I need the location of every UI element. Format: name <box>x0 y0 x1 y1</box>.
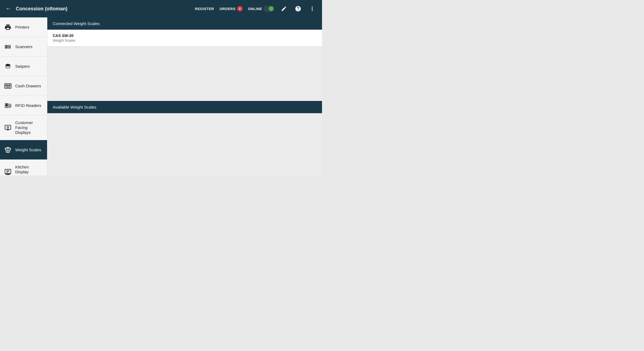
back-button[interactable]: ← <box>5 5 11 12</box>
main-layout: Printers Scanners Swipers <box>0 17 322 176</box>
sidebar-item-cash-drawers[interactable]: Cash Drawers <box>0 76 47 96</box>
pencil-button[interactable] <box>280 4 288 13</box>
cash-icon <box>4 82 11 90</box>
svg-rect-2 <box>5 84 7 86</box>
online-toggle[interactable] <box>264 6 274 12</box>
svg-rect-4 <box>9 84 10 86</box>
scale-icon <box>4 146 11 153</box>
device-type: Weight Scales <box>53 38 317 42</box>
sidebar-item-rfid-readers[interactable]: RFID Readers <box>0 96 47 115</box>
online-label: ONLINE <box>248 7 262 11</box>
sidebar-item-printers[interactable]: Printers <box>0 17 47 37</box>
device-name: CAS SW-20 <box>53 33 317 38</box>
more-icon <box>309 5 315 12</box>
rfid-icon <box>4 102 11 109</box>
header-actions: REGISTER ORDERS 0 ONLINE <box>195 4 317 13</box>
sidebar-label-scanners: Scanners <box>15 44 32 49</box>
svg-rect-7 <box>6 104 8 106</box>
help-icon <box>295 5 301 12</box>
sidebar-label-rfid-readers: RFID Readers <box>15 103 41 108</box>
register-button[interactable]: REGISTER <box>195 7 214 11</box>
orders-badge[interactable]: ORDERS 0 <box>219 6 243 11</box>
sidebar-label-weight-scales: Weight Scales <box>15 147 41 152</box>
sidebar-item-kitchen-display[interactable]: Kitchen Display Systems <box>0 160 47 176</box>
sidebar: Printers Scanners Swipers <box>0 17 47 176</box>
sidebar-item-weight-scales[interactable]: Weight Scales <box>0 140 47 160</box>
sidebar-item-swipers[interactable]: Swipers <box>0 57 47 76</box>
connected-section-header: Connected Weight Scales <box>47 17 322 30</box>
swiper-icon <box>4 63 11 70</box>
sidebar-label-swipers: Swipers <box>15 64 30 69</box>
pencil-icon <box>281 6 287 12</box>
help-button[interactable] <box>294 4 302 13</box>
sidebar-label-printers: Printers <box>15 25 29 30</box>
page-title: Concession (ottoman) <box>16 6 192 12</box>
connected-empty-space <box>47 47 322 101</box>
display-icon <box>4 124 11 131</box>
sidebar-label-customer-facing: Customer Facing Displays <box>15 120 43 135</box>
app-header: ← Concession (ottoman) REGISTER ORDERS 0… <box>0 0 322 17</box>
sidebar-label-kitchen-display: Kitchen Display Systems <box>15 165 43 176</box>
device-item-cas-sw20[interactable]: CAS SW-20 Weight Scales <box>47 30 322 47</box>
svg-rect-8 <box>5 125 11 129</box>
printer-icon <box>4 24 11 31</box>
sidebar-item-customer-facing[interactable]: Customer Facing Displays <box>0 115 47 140</box>
orders-count-badge: 0 <box>237 6 243 11</box>
available-section-header: Available Weight Scales <box>47 101 322 113</box>
content-area: Connected Weight Scales CAS SW-20 Weight… <box>47 17 322 176</box>
orders-label: ORDERS <box>219 7 236 11</box>
svg-rect-3 <box>7 84 8 86</box>
svg-rect-5 <box>5 87 10 87</box>
sidebar-item-scanners[interactable]: Scanners <box>0 37 47 57</box>
online-indicator[interactable]: ONLINE <box>248 6 274 12</box>
svg-point-9 <box>7 127 9 128</box>
sidebar-label-cash-drawers: Cash Drawers <box>15 84 41 88</box>
more-menu-button[interactable] <box>308 4 317 13</box>
barcode-icon <box>4 43 11 50</box>
available-empty-space <box>47 113 322 176</box>
kitchen-icon <box>4 168 11 176</box>
svg-point-0 <box>7 65 9 66</box>
